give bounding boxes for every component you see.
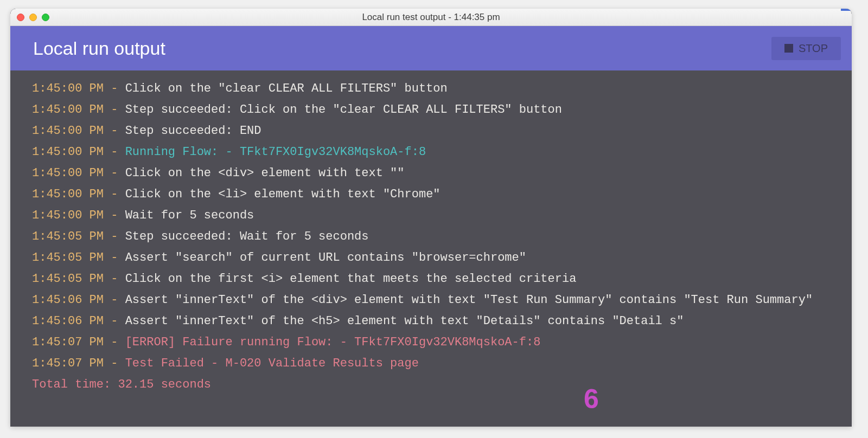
log-timestamp: 1:45:00 PM xyxy=(32,188,104,201)
stop-icon xyxy=(784,44,793,53)
log-timestamp: 1:45:00 PM xyxy=(32,166,104,180)
log-separator: - xyxy=(104,293,125,307)
log-timestamp: 1:45:06 PM xyxy=(32,293,104,307)
log-line: 1:45:00 PM - Click on the <li> element w… xyxy=(32,184,839,205)
log-separator: - xyxy=(104,357,125,370)
log-timestamp: 1:45:07 PM xyxy=(32,357,104,370)
log-separator: - xyxy=(104,166,125,180)
log-separator: - xyxy=(104,103,125,117)
log-line: 1:45:05 PM - Assert "search" of current … xyxy=(32,247,839,268)
log-separator: - xyxy=(104,82,125,95)
maximize-icon[interactable] xyxy=(42,14,49,21)
log-line: 1:45:05 PM - Click on the first <i> elem… xyxy=(32,268,839,289)
log-message: Click on the <div> element with text "" xyxy=(125,166,405,180)
log-message: Step succeeded: END xyxy=(125,124,261,138)
log-separator: - xyxy=(104,230,125,243)
window-controls xyxy=(17,14,49,21)
log-line: 1:45:07 PM - Test Failed - M-020 Validat… xyxy=(32,353,839,374)
log-message: Assert "search" of current URL contains … xyxy=(125,251,526,265)
log-line: 1:45:05 PM - Step succeeded: Wait for 5 … xyxy=(32,226,839,247)
log-timestamp: 1:45:00 PM xyxy=(32,145,104,159)
log-line: 1:45:00 PM - Click on the <div> element … xyxy=(32,163,839,184)
log-separator: - xyxy=(104,145,125,159)
panel-title: Local run output xyxy=(33,38,165,59)
window-title: Local run test output - 1:44:35 pm xyxy=(10,12,852,23)
log-message: Step succeeded: Wait for 5 seconds xyxy=(125,230,369,243)
log-message: Test Failed - M-020 Validate Results pag… xyxy=(125,357,419,370)
output-window: Local run test output - 1:44:35 pm Local… xyxy=(10,9,852,427)
log-line: 1:45:06 PM - Assert "innerText" of the <… xyxy=(32,311,839,332)
log-timestamp: 1:45:00 PM xyxy=(32,124,104,138)
log-message: Click on the "clear CLEAR ALL FILTERS" b… xyxy=(125,82,448,95)
log-message: Click on the first <i> element that meet… xyxy=(125,272,577,286)
log-timestamp: 1:45:00 PM xyxy=(32,209,104,222)
stop-label: STOP xyxy=(799,42,828,55)
log-timestamp: 1:45:05 PM xyxy=(32,230,104,243)
log-message: Running Flow: - TFkt7FX0Igv32VK8MqskoA-f… xyxy=(125,145,426,159)
log-line: 1:45:00 PM - Click on the "clear CLEAR A… xyxy=(32,78,839,99)
log-timestamp: 1:45:07 PM xyxy=(32,336,104,349)
minimize-icon[interactable] xyxy=(29,14,37,21)
window-titlebar: Local run test output - 1:44:35 pm xyxy=(10,9,852,26)
log-line: 1:45:00 PM - Step succeeded: END xyxy=(32,120,839,141)
log-message: Step succeeded: Click on the "clear CLEA… xyxy=(125,103,562,117)
close-icon[interactable] xyxy=(17,14,24,21)
log-timestamp: 1:45:05 PM xyxy=(32,251,104,265)
log-separator: - xyxy=(104,336,125,349)
log-message: Assert "innerText" of the <div> element … xyxy=(125,293,813,307)
log-separator: - xyxy=(104,188,125,201)
log-separator: - xyxy=(104,272,125,286)
stop-button[interactable]: STOP xyxy=(771,37,841,60)
log-timestamp: 1:45:00 PM xyxy=(32,82,104,95)
log-separator: - xyxy=(104,124,125,138)
log-separator: - xyxy=(104,314,125,328)
log-line: 1:45:00 PM - Step succeeded: Click on th… xyxy=(32,99,839,120)
log-line: 1:45:00 PM - Running Flow: - TFkt7FX0Igv… xyxy=(32,141,839,163)
log-timestamp: 1:45:00 PM xyxy=(32,103,104,117)
panel-header: Local run output STOP xyxy=(10,26,852,70)
log-separator: - xyxy=(104,251,125,265)
log-line: 1:45:06 PM - Assert "innerText" of the <… xyxy=(32,289,839,311)
log-timestamp: 1:45:06 PM xyxy=(32,314,104,328)
log-message: Wait for 5 seconds xyxy=(125,209,254,222)
console-output[interactable]: 1:45:00 PM - Click on the "clear CLEAR A… xyxy=(10,70,852,427)
log-line: 1:45:00 PM - Wait for 5 seconds xyxy=(32,205,839,226)
log-timestamp: 1:45:05 PM xyxy=(32,272,104,286)
log-separator: - xyxy=(104,209,125,222)
log-line: 1:45:07 PM - [ERROR] Failure running Flo… xyxy=(32,332,839,353)
log-message: [ERROR] Failure running Flow: - TFkt7FX0… xyxy=(125,336,541,349)
total-time: Total time: 32.15 seconds xyxy=(32,374,839,395)
log-message: Click on the <li> element with text "Chr… xyxy=(125,188,441,201)
log-message: Assert "innerText" of the <h5> element w… xyxy=(125,314,684,328)
decorative-bracket xyxy=(841,9,852,63)
